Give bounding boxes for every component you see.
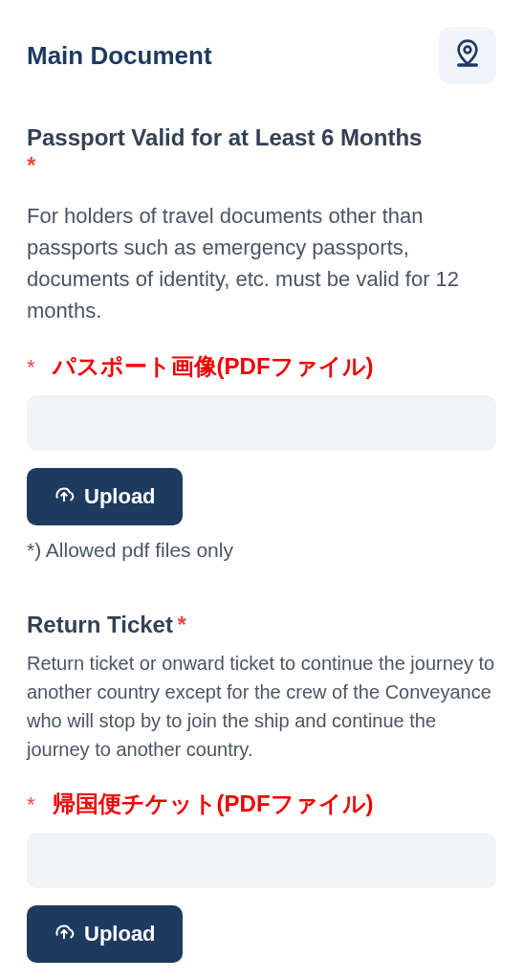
section-passport: Passport Valid for at Least 6 Months * F… [27,122,496,562]
annotation-asterisk: * [27,355,35,380]
upload-icon [54,921,75,947]
section-title: Return Ticket [27,612,173,637]
annotation-text: パスポート画像(PDFファイル) [53,351,374,382]
header-icon-box [439,27,496,84]
header: Main Document [27,27,496,84]
section-description: Return ticket or onward ticket to contin… [27,649,496,764]
upload-button-return-ticket[interactable]: Upload [27,905,183,963]
upload-icon [54,483,75,510]
required-indicator: * [27,152,35,178]
upload-button-passport[interactable]: Upload [27,468,183,525]
section-title-row: Return Ticket * [27,610,496,639]
section-return-ticket: Return Ticket * Return ticket or onward … [27,610,496,980]
upload-button-label: Upload [84,484,156,509]
annotation-text: 帰国便チケット(PDFファイル) [53,789,374,819]
svg-point-0 [465,47,471,54]
annotation-row: * パスポート画像(PDFファイル) [27,351,496,382]
page-title: Main Document [27,41,212,71]
upload-button-label: Upload [84,922,156,947]
file-input-return-ticket[interactable] [27,833,496,888]
section-title: Passport Valid for at Least 6 Months [27,124,422,150]
annotation-row: * 帰国便チケット(PDFファイル) [27,789,496,819]
annotation-asterisk: * [27,792,35,817]
file-hint: *) Allowed pdf files only [27,976,496,980]
required-indicator: * [177,612,185,637]
location-pin-icon [452,38,483,73]
file-hint: *) Allowed pdf files only [27,539,496,562]
section-title-row: Passport Valid for at Least 6 Months * [27,122,496,179]
section-description: For holders of travel documents other th… [27,200,496,326]
file-input-passport[interactable] [27,395,496,451]
